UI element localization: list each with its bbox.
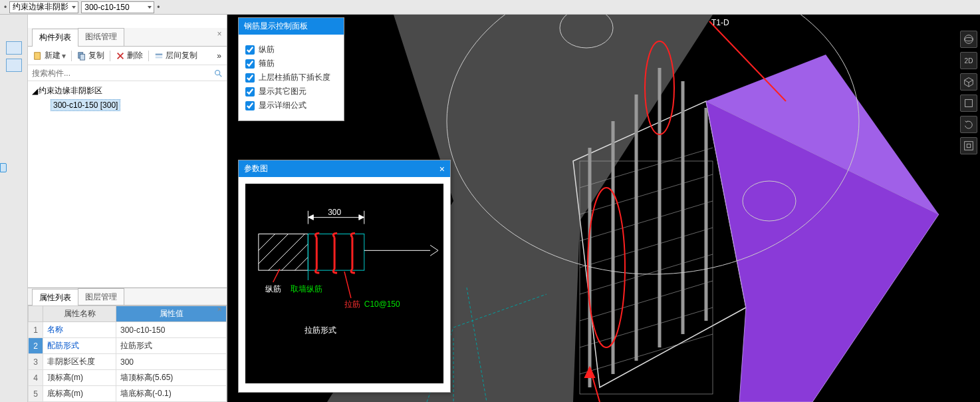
- floor-copy-icon: [154, 51, 164, 61]
- row-value[interactable]: 墙底标高(-0.1): [116, 386, 227, 402]
- row-name: 非阴影区长度: [43, 354, 116, 370]
- close-param-panel-icon[interactable]: ×: [439, 164, 445, 174]
- rebar-checkbox[interactable]: [245, 87, 255, 97]
- svg-marker-58: [965, 78, 973, 83]
- tree-root-node[interactable]: ◢ 约束边缘非阴影区: [32, 84, 223, 98]
- svg-text:拉筋: 拉筋: [344, 300, 360, 309]
- svg-line-41: [259, 234, 289, 264]
- floor-copy-button[interactable]: 层间复制: [152, 49, 200, 63]
- row-value[interactable]: 拉筋形式: [116, 338, 227, 354]
- row-index: 5: [29, 386, 43, 402]
- search-icon[interactable]: [213, 69, 223, 78]
- rebar-option[interactable]: 显示详细公式: [245, 100, 337, 111]
- param-panel-title: 参数图: [244, 163, 268, 174]
- rebar-option[interactable]: 纵筋: [245, 44, 337, 55]
- table-row[interactable]: 4顶标高(m)墙顶标高(5.65): [29, 370, 227, 386]
- viewport-3d[interactable]: T1-D 钢筋显示控制面板 纵筋箍筋上层柱插筋下插长度显示其它图元显示详细公式 …: [227, 15, 980, 402]
- row-name: 底标高(m): [43, 386, 116, 402]
- new-button[interactable]: 新建 ▾: [31, 49, 68, 63]
- svg-line-45: [295, 257, 308, 270]
- rebar-checkbox[interactable]: [245, 101, 255, 110]
- row-index: 1: [29, 322, 43, 338]
- combo-member-select[interactable]: 300-c10-150: [81, 1, 154, 13]
- rebar-option-label: 箍筋: [259, 58, 275, 69]
- row-value[interactable]: 300-c10-150: [116, 322, 227, 338]
- dock-btn-1[interactable]: [6, 41, 22, 55]
- view-cube-button[interactable]: [960, 95, 977, 112]
- svg-rect-5: [156, 53, 163, 55]
- close-component-panel-icon[interactable]: ×: [215, 29, 224, 39]
- row-name: 配筋形式: [43, 338, 116, 354]
- svg-line-8: [219, 74, 222, 77]
- col-index: [29, 306, 43, 322]
- rebar-checkbox[interactable]: [245, 73, 255, 83]
- cube-outline-icon: [963, 97, 975, 109]
- svg-text:300: 300: [328, 208, 341, 217]
- rebar-option-label: 上层柱插筋下插长度: [259, 72, 330, 83]
- tree-item-node[interactable]: 300-c10-150 [300]: [32, 98, 223, 112]
- extents-button[interactable]: [960, 137, 977, 154]
- row-value[interactable]: 墙顶标高(5.65): [116, 370, 227, 386]
- svg-rect-2: [80, 54, 84, 60]
- row-name: 顶标高(m): [43, 370, 116, 386]
- dock-btn-2[interactable]: [6, 59, 22, 72]
- new-icon: [33, 51, 43, 61]
- rebar-option[interactable]: 显示其它图元: [245, 86, 337, 97]
- collapse-caret-icon[interactable]: ◢: [32, 87, 39, 96]
- close-property-panel-icon[interactable]: ×: [215, 305, 224, 314]
- rebar-option-label: 纵筋: [259, 44, 275, 55]
- view-2d-button[interactable]: 2D: [960, 52, 977, 69]
- table-row[interactable]: 2配筋形式拉筋形式: [29, 338, 227, 354]
- svg-line-16: [580, 201, 713, 241]
- svg-line-43: [269, 234, 305, 271]
- component-tabs: 构件列表 图纸管理: [28, 28, 227, 47]
- table-row[interactable]: 5底标高(m)墙底标高(-0.1): [29, 386, 227, 402]
- rebar-checkbox[interactable]: [245, 45, 255, 55]
- component-column: × 构件列表 图纸管理 新建 ▾ 复制 删除 层间复制: [28, 15, 227, 402]
- delete-icon: [116, 51, 125, 61]
- property-table: 属性名称 属性值 1名称300-c10-1502配筋形式拉筋形式3非阴影区长度3…: [28, 305, 227, 402]
- left-dock-bar: [0, 15, 28, 402]
- annotation-label: T1-D: [711, 18, 729, 27]
- svg-point-56: [965, 35, 973, 44]
- svg-line-17: [580, 228, 713, 268]
- tab-drawing-manage[interactable]: 图纸管理: [78, 28, 124, 46]
- view-toolbar: 2D: [960, 31, 977, 154]
- rebar-option[interactable]: 上层柱插筋下插长度: [245, 72, 337, 83]
- svg-text:C10@150: C10@150: [364, 300, 400, 309]
- row-name: 名称: [43, 322, 116, 338]
- combo-right-marker: •: [157, 3, 160, 12]
- svg-line-44: [282, 244, 308, 270]
- svg-text:拉筋形式: 拉筋形式: [305, 326, 336, 335]
- svg-rect-61: [965, 142, 973, 150]
- svg-rect-13: [580, 161, 713, 394]
- param-panel-header[interactable]: 参数图 ×: [239, 160, 450, 177]
- tab-layer-manage[interactable]: 图层管理: [78, 288, 124, 305]
- param-panel: 参数图 × 300: [238, 160, 451, 393]
- collapse-handle[interactable]: [0, 163, 7, 172]
- combo-constraint-type[interactable]: 约束边缘非阴影: [9, 1, 78, 13]
- row-value[interactable]: 300: [116, 354, 227, 370]
- view-iso-button[interactable]: [960, 73, 977, 91]
- rotate-button[interactable]: [960, 116, 977, 133]
- row-index: 4: [29, 370, 43, 386]
- svg-line-54: [273, 269, 280, 282]
- tab-property-list[interactable]: 属性列表: [32, 289, 78, 305]
- svg-rect-62: [967, 144, 970, 147]
- search-input[interactable]: [32, 69, 213, 78]
- view-globe-button[interactable]: [960, 31, 977, 48]
- table-row[interactable]: 3非阴影区长度300: [29, 354, 227, 370]
- table-row[interactable]: 1名称300-c10-150: [29, 322, 227, 338]
- rebar-option-label: 显示其它图元: [259, 86, 306, 97]
- copy-icon: [77, 51, 86, 61]
- tab-component-list[interactable]: 构件列表: [32, 29, 78, 47]
- copy-button[interactable]: 复制: [74, 49, 107, 63]
- delete-button[interactable]: 删除: [113, 49, 146, 63]
- rebar-checkbox[interactable]: [245, 59, 255, 69]
- rebar-panel-title[interactable]: 钢筋显示控制面板: [239, 18, 344, 35]
- rebar-option[interactable]: 箍筋: [245, 58, 337, 69]
- toolbar-more-button[interactable]: »: [214, 50, 224, 62]
- svg-marker-34: [585, 367, 594, 377]
- svg-point-7: [215, 70, 220, 75]
- top-combo-bar: • 约束边缘非阴影 300-c10-150 •: [0, 0, 980, 15]
